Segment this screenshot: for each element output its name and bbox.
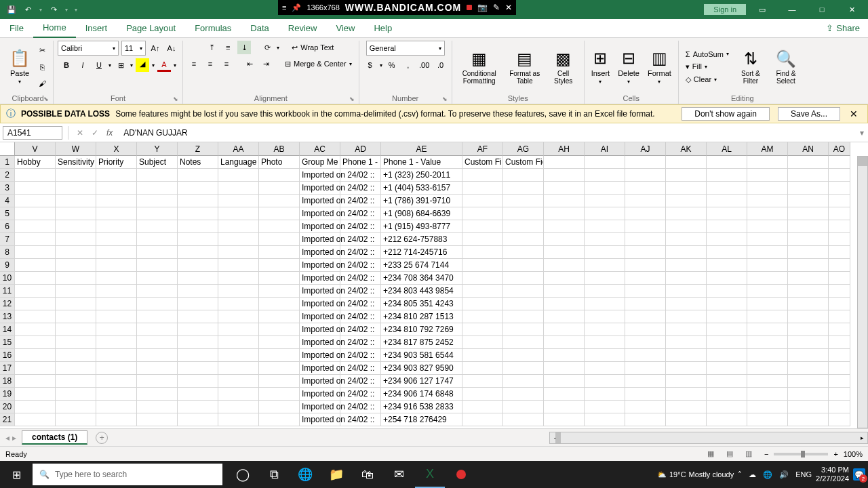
cell[interactable] xyxy=(96,323,137,336)
cell[interactable] xyxy=(829,246,850,259)
cell[interactable] xyxy=(178,207,218,220)
cell[interactable] xyxy=(666,310,707,323)
cell[interactable] xyxy=(544,349,585,362)
cell[interactable] xyxy=(503,233,544,246)
cell[interactable]: Imported on 24/02 :: xyxy=(300,169,340,182)
cell[interactable] xyxy=(625,323,666,336)
cell[interactable] xyxy=(137,349,178,362)
cell[interactable] xyxy=(259,388,300,401)
cell[interactable]: Imported on 24/02 :: xyxy=(300,272,340,285)
cell[interactable] xyxy=(15,298,56,310)
cell[interactable] xyxy=(666,413,707,426)
tab-page-layout[interactable]: Page Layout xyxy=(117,19,185,38)
cell[interactable] xyxy=(503,413,544,426)
cell[interactable] xyxy=(503,336,544,349)
cell[interactable] xyxy=(544,220,585,233)
cell[interactable]: Imported on 24/02 :: xyxy=(300,233,340,246)
cell[interactable]: +234 903 581 6544 xyxy=(381,349,462,362)
orientation-dropdown-icon[interactable]: ▾ xyxy=(277,45,279,51)
cell[interactable]: +212 714-245716 xyxy=(381,246,462,259)
cell[interactable] xyxy=(707,156,747,169)
cell[interactable] xyxy=(625,246,666,259)
row-header[interactable]: 8 xyxy=(0,246,15,259)
network-icon[interactable]: 🌐 xyxy=(763,470,772,479)
cell[interactable] xyxy=(625,169,666,182)
cell[interactable] xyxy=(585,349,625,362)
cell[interactable] xyxy=(96,413,137,426)
cell[interactable] xyxy=(218,207,259,220)
bandicam-close-icon[interactable]: ✕ xyxy=(505,3,512,12)
cell[interactable] xyxy=(340,272,381,285)
sort-filter-button[interactable]: ⇅Sort & Filter xyxy=(734,48,767,86)
cell[interactable] xyxy=(96,207,137,220)
cell[interactable] xyxy=(544,272,585,285)
cell[interactable] xyxy=(625,310,666,323)
camera-icon[interactable]: 📷 xyxy=(477,3,488,12)
cell[interactable] xyxy=(747,169,788,182)
cell[interactable] xyxy=(666,375,707,388)
cell[interactable] xyxy=(462,375,503,388)
cell[interactable] xyxy=(259,336,300,349)
cell[interactable] xyxy=(15,246,56,259)
cell[interactable] xyxy=(137,233,178,246)
column-header[interactable]: AI xyxy=(585,142,625,156)
cell[interactable] xyxy=(747,195,788,207)
warning-close-icon[interactable]: ✕ xyxy=(846,108,862,119)
vertical-scrollbar[interactable] xyxy=(857,156,868,428)
cell[interactable]: Imported on 24/02 :: xyxy=(300,349,340,362)
cell[interactable]: Imported on 24/02 :: xyxy=(300,207,340,220)
cell[interactable] xyxy=(56,388,96,401)
cell[interactable] xyxy=(340,310,381,323)
column-header[interactable]: AN xyxy=(788,142,829,156)
recorder-icon[interactable] xyxy=(446,461,476,488)
row-header[interactable]: 20 xyxy=(0,401,15,413)
align-middle-icon[interactable]: ≡ xyxy=(221,41,235,54)
align-right-icon[interactable]: ≡ xyxy=(220,57,233,70)
horizontal-scrollbar[interactable]: ◂ ▸ xyxy=(549,432,868,444)
cell[interactable] xyxy=(137,207,178,220)
cell[interactable] xyxy=(15,323,56,336)
cell[interactable] xyxy=(747,401,788,413)
close-button[interactable]: ✕ xyxy=(838,0,865,19)
hscroll-right-icon[interactable]: ▸ xyxy=(856,432,867,443)
cell[interactable] xyxy=(56,195,96,207)
cell[interactable] xyxy=(544,233,585,246)
font-name-select[interactable]: Calibri▾ xyxy=(58,41,119,56)
cell[interactable] xyxy=(137,285,178,298)
fill-dropdown-icon[interactable]: ▾ xyxy=(152,62,155,68)
cell[interactable]: +234 817 875 2452 xyxy=(381,336,462,349)
new-sheet-button[interactable]: + xyxy=(96,432,108,444)
cell[interactable] xyxy=(340,375,381,388)
cell[interactable] xyxy=(544,298,585,310)
cell[interactable] xyxy=(707,375,747,388)
cell[interactable] xyxy=(625,207,666,220)
cell[interactable]: +234 708 364 3470 xyxy=(381,272,462,285)
redo-dropdown-icon[interactable]: ▾ xyxy=(65,7,68,13)
cell[interactable] xyxy=(96,259,137,272)
share-button[interactable]: ⇪Share xyxy=(818,23,868,33)
cell[interactable] xyxy=(503,310,544,323)
cell[interactable]: Imported on 24/02 :: xyxy=(300,362,340,375)
column-header[interactable]: AJ xyxy=(625,142,666,156)
edge-icon[interactable]: 🌐 xyxy=(290,461,320,488)
cell[interactable] xyxy=(829,169,850,182)
formula-input[interactable]: AD'NAN GUJJAR xyxy=(118,128,856,138)
column-header[interactable]: AA xyxy=(218,142,259,156)
cell[interactable] xyxy=(96,220,137,233)
cell[interactable] xyxy=(747,388,788,401)
cell[interactable] xyxy=(56,233,96,246)
tab-home[interactable]: Home xyxy=(33,19,76,38)
cell[interactable] xyxy=(503,246,544,259)
cell[interactable] xyxy=(462,336,503,349)
cut-icon[interactable]: ✂ xyxy=(35,44,49,58)
cell[interactable] xyxy=(829,362,850,375)
cell[interactable] xyxy=(259,220,300,233)
cell[interactable] xyxy=(829,156,850,169)
cell[interactable] xyxy=(503,182,544,195)
cell[interactable] xyxy=(137,310,178,323)
cell[interactable] xyxy=(829,195,850,207)
cell[interactable] xyxy=(15,220,56,233)
cell[interactable] xyxy=(503,169,544,182)
cell-styles-button[interactable]: ▩Cell Styles xyxy=(547,48,580,86)
align-top-icon[interactable]: ⤒ xyxy=(205,41,218,54)
